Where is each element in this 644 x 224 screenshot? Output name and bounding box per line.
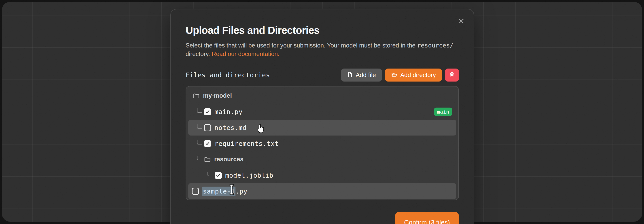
dialog-title: Upload Files and Directories: [186, 25, 320, 36]
file-name: main.py: [214, 108, 242, 116]
close-icon: [459, 18, 464, 24]
confirm-button[interactable]: Confirm (3 files): [395, 212, 459, 224]
tree-row-file[interactable]: main.py main: [188, 104, 456, 120]
tree-branch-icon: [197, 124, 202, 129]
folder-name: resources: [214, 156, 244, 163]
file-plus-icon: [347, 72, 353, 79]
dialog-description: Select the files that will be used for y…: [186, 41, 462, 58]
folder-icon: [193, 92, 200, 99]
folder-name: my-model: [203, 92, 232, 99]
file-tree: my-model main.py main notes.md: [186, 86, 459, 200]
upload-dialog: Upload Files and Directories Select the …: [170, 9, 474, 224]
tree-row-file[interactable]: notes.md: [188, 120, 456, 136]
file-name: model.joblib: [225, 172, 274, 179]
tree-branch-icon: [197, 108, 202, 113]
description-text-after: directory.: [186, 51, 212, 57]
rename-input[interactable]: sample-1.py: [202, 187, 248, 195]
folder-plus-icon: [391, 71, 397, 79]
screen: Upload Files and Directories Select the …: [0, 0, 644, 224]
checkbox-checked[interactable]: [204, 108, 211, 115]
main-badge: main: [434, 107, 452, 116]
filename-suffix: .py: [236, 187, 248, 195]
checkbox-checked[interactable]: [215, 172, 222, 179]
toolbar-buttons: Add file Add directory: [341, 69, 459, 81]
tree-row-folder[interactable]: resources: [188, 151, 456, 167]
tree-branch-icon: [197, 140, 202, 145]
tree-branch-icon: [208, 172, 212, 176]
delete-button[interactable]: [445, 69, 459, 81]
files-section-label: Files and directories: [186, 71, 270, 79]
checkbox-checked[interactable]: [204, 140, 211, 147]
close-button[interactable]: [458, 18, 465, 25]
file-name: requirements.txt: [214, 140, 278, 147]
documentation-link[interactable]: Read our documentation.: [212, 51, 280, 57]
selected-filename-text: sample-1: [202, 187, 236, 196]
add-directory-label: Add directory: [400, 72, 436, 78]
files-toolbar: Files and directories Add file Add direc…: [186, 69, 459, 81]
tree-branch-icon: [197, 156, 202, 160]
tree-row-file[interactable]: requirements.txt: [188, 136, 456, 151]
tree-row-root-folder[interactable]: my-model: [188, 88, 456, 104]
folder-icon: [204, 156, 211, 163]
resources-path-code: resources/: [417, 42, 454, 49]
tree-row-file[interactable]: model.joblib: [188, 167, 456, 183]
add-file-label: Add file: [356, 72, 376, 78]
add-file-button[interactable]: Add file: [341, 69, 382, 81]
file-name: notes.md: [214, 124, 247, 132]
trash-icon: [449, 72, 455, 79]
checkbox-unchecked[interactable]: [192, 188, 199, 195]
description-text: Select the files that will be used for y…: [186, 42, 417, 49]
add-directory-button[interactable]: Add directory: [385, 69, 442, 81]
tree-row-file-renaming[interactable]: sample-1.py: [188, 183, 456, 199]
checkbox-unchecked[interactable]: [204, 124, 211, 131]
